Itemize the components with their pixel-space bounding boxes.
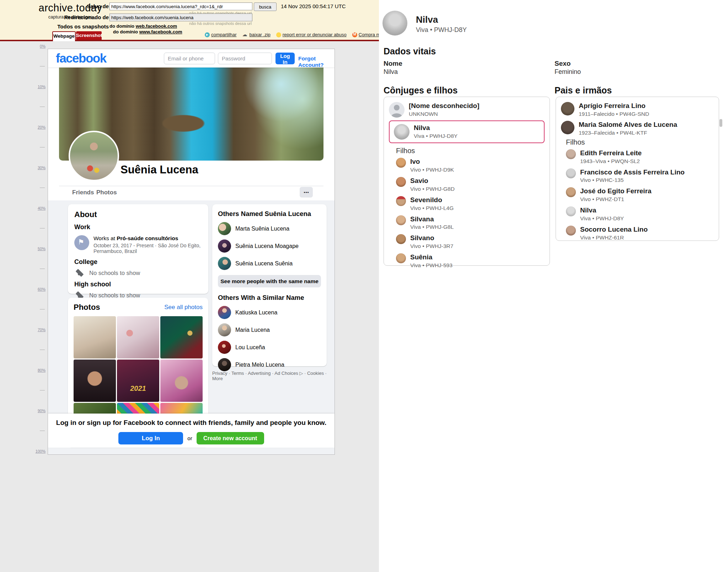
mother-row[interactable]: Maria Salomé Alves de Lucena1923–Falecid… <box>561 121 714 136</box>
person-avatar <box>566 149 576 159</box>
password-field[interactable] <box>218 53 272 64</box>
tab-photos[interactable]: Photos <box>96 189 117 196</box>
report-error-link[interactable]: report error or denunciar abuso <box>276 32 347 37</box>
busca-button[interactable]: busca <box>254 2 277 11</box>
photo-thumbnail[interactable]: 2021 <box>117 360 159 402</box>
ruler-tick <box>40 350 45 350</box>
ruler-30[interactable]: 30% <box>33 166 46 170</box>
person-row[interactable]: Lou Luceña <box>218 341 321 354</box>
ruler-tick <box>40 309 45 309</box>
child-row[interactable]: SevenildoVivo • PWHJ-L4G <box>396 196 545 211</box>
sibling-row[interactable]: José do Egito FerreiraVivo • PWHZ-DT1 <box>566 187 714 203</box>
ruler-tick <box>40 66 45 66</box>
login-banner: Log in or sign up for Facebook to connec… <box>48 414 334 448</box>
ruler-50[interactable]: 50% <box>33 247 46 251</box>
person-avatar <box>218 358 231 371</box>
saved-url-input[interactable] <box>109 2 252 10</box>
photo-thumbnail[interactable] <box>160 360 203 402</box>
father-row[interactable]: Aprígio Ferreira Lino1911–Falecido • PW4… <box>561 102 714 117</box>
banner-login-button[interactable]: Log In <box>118 432 183 444</box>
person-avatar <box>561 102 574 115</box>
ruler-tick <box>40 431 45 431</box>
person-row[interactable]: Maria Lucena <box>218 323 321 336</box>
selected-person-row[interactable]: Nilva Viva • PWHJ-D8Y <box>389 120 545 143</box>
vitals-title: Dados vitais <box>384 46 436 56</box>
ruler-tick <box>40 188 45 188</box>
redirect-url-input[interactable] <box>109 14 252 21</box>
child-row[interactable]: SavioVivo • PWHJ-G8D <box>396 177 545 192</box>
sibling-row[interactable]: Francisco de Assis Ferreira LinoVivo • P… <box>566 168 714 184</box>
person-row[interactable]: Katiuska Lucena <box>218 306 321 319</box>
photo-thumbnail[interactable] <box>117 316 159 358</box>
work-entry[interactable]: Works at Pró-saúde consultórios October … <box>74 235 202 254</box>
forgot-account-link[interactable]: Forgot Account? <box>298 55 334 68</box>
ruler-0[interactable]: 0% <box>33 44 46 48</box>
person-avatar <box>566 226 576 236</box>
child-row[interactable]: SilvanoVivo • PWHJ-3R7 <box>396 234 545 249</box>
person-avatar <box>394 124 410 140</box>
tab-friends[interactable]: Friends <box>72 189 94 196</box>
more-options-button[interactable]: ... <box>300 187 313 198</box>
ruler-40[interactable]: 40% <box>33 206 46 210</box>
photo-thumbnail[interactable] <box>160 316 203 358</box>
email-field[interactable] <box>164 53 215 64</box>
create-account-button[interactable]: Create new account <box>197 432 264 444</box>
ruler-tick <box>40 107 45 107</box>
spouse-row[interactable]: [Nome desconhecido] UNKNOWN <box>389 102 545 118</box>
tab-screenshot[interactable]: Screenshot <box>76 31 102 40</box>
unknown-person-icon <box>389 102 405 118</box>
person-avatar <box>566 187 576 197</box>
person-row[interactable]: Suênia Lucena Moagape <box>218 239 321 253</box>
ruler-80[interactable]: 80% <box>33 368 46 372</box>
cloud-download-icon <box>242 33 248 37</box>
person-row[interactable]: Suênia Lucena Suênia <box>218 257 321 270</box>
person-avatar <box>396 253 406 263</box>
photos-title: Photos <box>74 303 100 312</box>
person-portrait[interactable] <box>382 11 407 36</box>
facebook-footer-links[interactable]: Privacy · Terms · Advertising · Ad Choic… <box>212 371 330 381</box>
facebook-logo[interactable]: facebook <box>56 51 106 65</box>
saved-from-label: Salvo de <box>38 3 109 9</box>
login-banner-message: Log in or sign up for Facebook to connec… <box>48 419 334 427</box>
about-title: About <box>74 210 202 219</box>
college-entry: No schools to show <box>74 269 202 276</box>
child-row[interactable]: SuêniaViva • PWHJ-593 <box>396 253 545 269</box>
work-employer: Pró-saúde consultórios <box>117 235 178 241</box>
ruler-60[interactable]: 60% <box>33 287 46 291</box>
others-named-title: Others Named Suênia Lucena <box>218 210 321 218</box>
domain-link-www[interactable]: www.facebook.com <box>139 29 182 34</box>
archive-header: archive.today captura de webpages Salvo … <box>0 0 379 41</box>
share-link[interactable]: compartilhar <box>205 32 237 37</box>
siblings-label: Filhos <box>566 138 714 146</box>
tab-webpage[interactable]: Webpage <box>52 31 76 41</box>
profile-picture[interactable] <box>69 131 119 181</box>
ruler-10[interactable]: 10% <box>33 85 46 89</box>
person-avatar <box>396 196 406 206</box>
sibling-row[interactable]: NilvaViva • PWHJ-D8Y <box>566 206 714 222</box>
ruler-tick <box>40 147 45 147</box>
person-row[interactable]: Pietra Melo Lucena <box>218 358 321 371</box>
sex-value: Feminino <box>555 68 581 76</box>
name-label: Nome <box>384 60 402 68</box>
scrollbar-thumb[interactable] <box>719 119 722 127</box>
person-avatar <box>218 341 231 354</box>
sibling-row[interactable]: Edith Ferreira Leite1943–Viva • PWQN-SL2 <box>566 149 714 164</box>
sibling-row[interactable]: Socorro Lucena LinoViva • PWHZ-61R <box>566 226 714 241</box>
login-button[interactable]: Log In <box>275 53 295 64</box>
domain-link-web[interactable]: web.facebook.com <box>136 23 177 29</box>
ruler-100[interactable]: 100% <box>33 449 46 453</box>
download-zip-link[interactable]: baixar .zip <box>242 32 271 37</box>
child-row[interactable]: IvoVivo • PWHJ-D9K <box>396 158 545 173</box>
person-row[interactable]: Marta Suênia Lucena <box>218 222 321 235</box>
genealogy-pane: Nilva Viva • PWHJ-D8Y Dados vitais Nome … <box>379 0 728 572</box>
see-more-button[interactable]: See more people with the same name <box>218 275 321 287</box>
facebook-content-area: About Work Works at Pró-saúde consultóri… <box>48 200 334 454</box>
photo-thumbnail[interactable] <box>74 316 116 358</box>
see-all-photos-link[interactable]: See all photos <box>164 304 203 311</box>
person-avatar <box>218 222 231 235</box>
child-row[interactable]: SilvanaViva • PWHJ-G8L <box>396 215 545 231</box>
ruler-90[interactable]: 90% <box>33 409 46 413</box>
ruler-20[interactable]: 20% <box>33 125 46 129</box>
photo-thumbnail[interactable] <box>74 360 116 402</box>
ruler-70[interactable]: 70% <box>33 328 46 332</box>
